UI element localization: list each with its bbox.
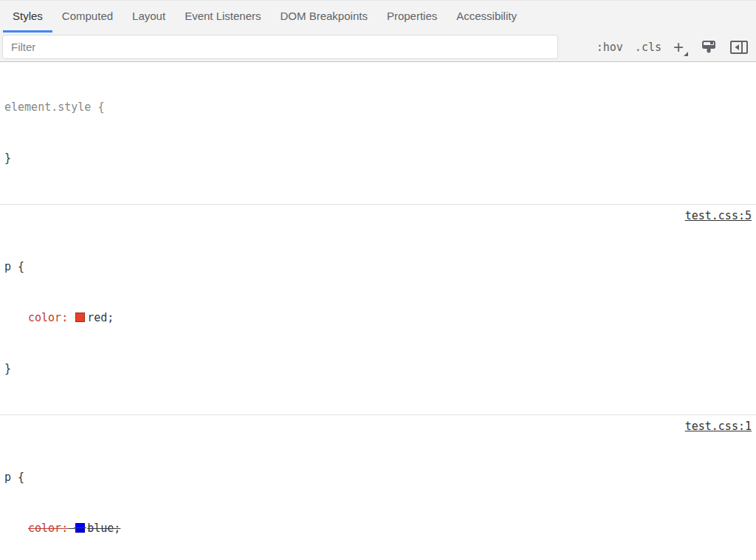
stylesheet-link[interactable]: test.css:1 — [685, 418, 752, 435]
rule-element-style[interactable]: element.style { } — [0, 62, 756, 205]
css-property-overridden[interactable]: color: blue; — [4, 520, 752, 537]
plus-icon: + — [673, 40, 684, 55]
styles-rule-list: element.style { } test.css:5 p { color: … — [0, 62, 756, 560]
rule-selector: p { — [4, 469, 752, 486]
tab-event-listeners[interactable]: Event Listeners — [175, 1, 270, 33]
tab-dom-breakpoints[interactable]: DOM Breakpoints — [271, 1, 377, 33]
new-style-rule-button[interactable]: + — [673, 40, 688, 55]
devtools-sidebar-tabbar: Styles Computed Layout Event Listeners D… — [0, 0, 756, 33]
tab-accessibility[interactable]: Accessibility — [447, 1, 526, 33]
tab-properties[interactable]: Properties — [377, 1, 447, 33]
toggle-hover-state-button[interactable]: :hov — [597, 41, 623, 54]
brush-icon — [700, 38, 718, 56]
color-swatch[interactable] — [75, 313, 85, 322]
toggle-sidebar-button[interactable] — [729, 39, 749, 55]
toggle-class-button[interactable]: .cls — [635, 41, 662, 54]
rule-selector: element.style { — [4, 99, 752, 116]
tab-styles[interactable]: Styles — [3, 1, 52, 33]
rule-testcss1-overridden[interactable]: test.css:1 p { color: blue; } — [0, 415, 756, 560]
styles-toolbar: :hov .cls + — [0, 33, 756, 62]
tab-computed[interactable]: Computed — [52, 1, 123, 33]
dropdown-corner-icon — [684, 52, 688, 56]
brush-button[interactable] — [700, 38, 718, 56]
filter-input[interactable] — [2, 35, 558, 59]
rule-close-brace: } — [4, 361, 752, 378]
tab-layout[interactable]: Layout — [123, 1, 175, 33]
css-property[interactable]: color: red; — [4, 310, 752, 327]
toggle-sidebar-icon — [729, 39, 749, 55]
stylesheet-link[interactable]: test.css:5 — [685, 208, 752, 225]
rule-close-brace: } — [4, 150, 752, 167]
rule-testcss5[interactable]: test.css:5 p { color: red; } — [0, 205, 756, 415]
rule-selector: p { — [4, 259, 752, 276]
color-swatch[interactable] — [75, 523, 85, 533]
